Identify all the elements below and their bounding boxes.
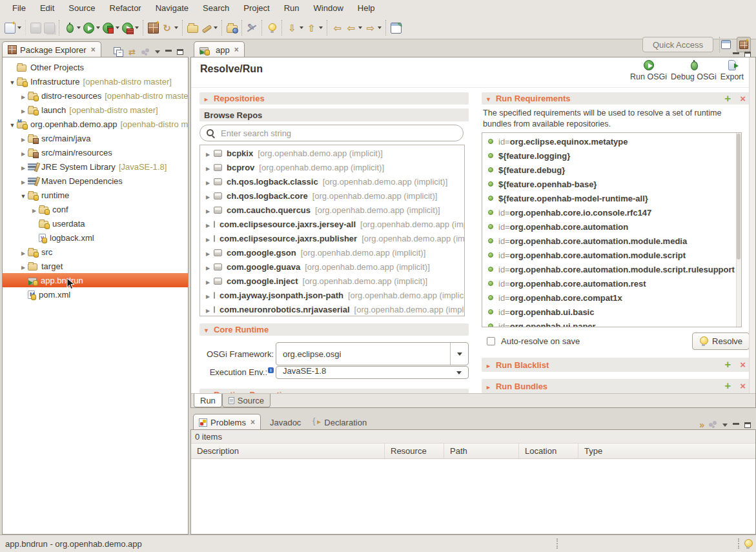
tree-item[interactable]: src/main/resources	[3, 145, 188, 159]
repo-list[interactable]: bcpkix [org.openhab.demo.app (implicit)]…	[199, 145, 465, 316]
import-button[interactable]	[221, 20, 239, 36]
expand-arrow-icon[interactable]	[203, 276, 212, 286]
tree-item[interactable]: Maven Dependencies	[3, 174, 188, 188]
menu-item[interactable]: Edit	[33, 0, 61, 17]
auto-resolve-checkbox[interactable]	[487, 337, 495, 345]
run-button[interactable]	[82, 20, 101, 36]
column-header[interactable]: Path	[444, 444, 519, 458]
section-repositories[interactable]: Repositories	[199, 92, 469, 105]
requirement-item[interactable]: id= org.openhab.core.compat1x	[482, 291, 741, 305]
remove-bundle-icon[interactable]: ×	[740, 382, 746, 391]
tree-item[interactable]: pom.xml	[3, 287, 188, 302]
expand-arrow-icon[interactable]	[8, 119, 17, 129]
menu-item[interactable]: Project	[236, 0, 276, 17]
repo-list-item[interactable]: com.neuronrobotics.nrjavaserial [org.ope…	[200, 302, 464, 316]
requirement-item[interactable]: id= org.openhab.core.automation	[482, 220, 741, 234]
section-expanded-icon[interactable]	[203, 325, 209, 334]
repo-list-item[interactable]: com.jayway.jsonpath.json-path [org.openh…	[200, 288, 464, 302]
expand-arrow-icon[interactable]	[203, 177, 212, 187]
new-wizard-button[interactable]	[3, 20, 23, 36]
requirement-item[interactable]: ${feature.debug}	[482, 163, 741, 177]
repo-list-item[interactable]: ch.qos.logback.core [org.openhab.demo.ap…	[200, 189, 464, 203]
tab-package-explorer[interactable]: Package Explorer ×	[2, 41, 101, 57]
menu-item[interactable]: Source	[61, 0, 102, 17]
minimize-icon[interactable]	[165, 50, 172, 52]
expand-arrow-icon[interactable]	[19, 190, 28, 200]
dropdown-caret-icon[interactable]	[174, 26, 178, 29]
add-requirement-icon[interactable]: +	[724, 94, 731, 103]
expand-arrow-icon[interactable]	[203, 148, 212, 158]
repo-list-item[interactable]: com.caucho.quercus [org.openhab.demo.app…	[200, 203, 464, 217]
tree-item[interactable]: org.openhab.demo.app [openhab-distro mas…	[3, 117, 188, 131]
dropdown-caret-icon[interactable]	[77, 26, 81, 29]
dropdown-caret-icon[interactable]	[300, 26, 303, 29]
view-menu-icon[interactable]	[722, 424, 728, 427]
tree-item[interactable]: app.bndrun	[3, 273, 188, 287]
dropdown-caret-icon[interactable]	[116, 26, 119, 29]
menu-item[interactable]: Window	[307, 0, 351, 17]
tree-item[interactable]: userdata	[3, 216, 188, 230]
bulb-icon[interactable]	[744, 539, 752, 549]
expand-arrow-icon[interactable]	[19, 261, 28, 271]
requirement-item[interactable]: ${feature.openhab-base}	[482, 177, 741, 191]
open-folder-button[interactable]	[182, 20, 199, 36]
expand-arrow-icon[interactable]	[203, 248, 212, 258]
expand-arrow-icon[interactable]	[203, 234, 212, 243]
filter-icon[interactable]: »	[699, 420, 703, 430]
drag-handle[interactable]	[738, 538, 741, 549]
expand-arrow-icon[interactable]	[203, 262, 212, 272]
editor-action-button[interactable]: Debug OSGi	[671, 60, 717, 81]
last-edit-location-button[interactable]: ⇦	[327, 20, 344, 36]
maximize-icon[interactable]	[744, 422, 751, 428]
bottom-panel-tab[interactable]: Declaration	[307, 414, 373, 430]
dropdown-caret-icon[interactable]	[358, 26, 362, 29]
dropdown-caret-icon[interactable]	[214, 26, 218, 29]
expand-arrow-icon[interactable]	[19, 176, 28, 186]
focus-task-icon[interactable]	[141, 48, 150, 56]
menu-item[interactable]: Navigate	[148, 0, 196, 17]
minimize-icon[interactable]	[733, 423, 739, 425]
bottom-panel-tab[interactable]: Problems ×	[193, 414, 261, 430]
editor-page-tab[interactable]: Source	[222, 394, 271, 407]
drag-handle[interactable]	[557, 538, 559, 549]
focus-task-icon[interactable]	[708, 421, 717, 429]
minimize-icon[interactable]	[733, 52, 739, 54]
expand-arrow-icon[interactable]	[19, 148, 28, 158]
repo-list-item[interactable]: com.eclipsesource.jaxrs.publisher [org.o…	[200, 231, 464, 245]
section-collapsed-icon[interactable]	[485, 360, 491, 370]
section-core-runtime[interactable]: Core Runtime	[199, 323, 469, 336]
view-menu-icon[interactable]	[155, 50, 160, 54]
section-run-requirements[interactable]: Run Requirements + ×	[482, 92, 750, 105]
save-all-button[interactable]	[43, 20, 56, 36]
tab-app-editor[interactable]: app ×	[194, 41, 245, 57]
collapse-all-icon[interactable]	[114, 47, 123, 57]
editor-action-button[interactable]: Run OSGi	[630, 60, 667, 81]
remove-blacklist-icon[interactable]: ×	[740, 360, 746, 369]
dropdown-caret-icon[interactable]	[319, 26, 323, 29]
expand-arrow-icon[interactable]	[203, 163, 212, 172]
expand-arrow-icon[interactable]	[30, 205, 39, 214]
requirement-item[interactable]: ${feature.logging}	[482, 148, 741, 163]
back-button[interactable]: ⇦	[344, 20, 363, 36]
editor-page-tab[interactable]: Run	[194, 394, 222, 407]
run-external-button[interactable]	[121, 20, 140, 36]
expand-arrow-icon[interactable]	[19, 134, 28, 143]
requirement-item[interactable]: id= org.openhab.core.automation.module.s…	[482, 262, 741, 276]
editor-scrollbar[interactable]	[749, 57, 755, 393]
menu-item[interactable]: Run	[277, 0, 307, 17]
dropdown-caret-icon[interactable]	[96, 26, 100, 29]
close-icon[interactable]: ×	[234, 45, 239, 54]
resolve-button[interactable]: Resolve	[692, 332, 750, 350]
expand-arrow-icon[interactable]	[19, 105, 28, 115]
expand-arrow-icon[interactable]	[203, 291, 212, 300]
next-annotation-button[interactable]: ⇩	[281, 20, 305, 36]
tree-item[interactable]: src/main/java	[3, 131, 188, 145]
section-run-blacklist[interactable]: Run Blacklist + ×	[482, 358, 750, 372]
repo-list-item[interactable]: bcpkix [org.openhab.demo.app (implicit)]	[200, 146, 464, 160]
menu-item[interactable]: Refactor	[103, 0, 148, 17]
tree-item[interactable]: Other Projects	[3, 60, 188, 74]
requirement-item[interactable]: ${feature.openhab-model-runtime-all}	[482, 191, 741, 205]
tree-item[interactable]: distro-resources [openhab-distro master]	[3, 88, 188, 103]
scrollbar-thumb[interactable]	[737, 134, 741, 260]
expand-arrow-icon[interactable]	[19, 91, 28, 101]
